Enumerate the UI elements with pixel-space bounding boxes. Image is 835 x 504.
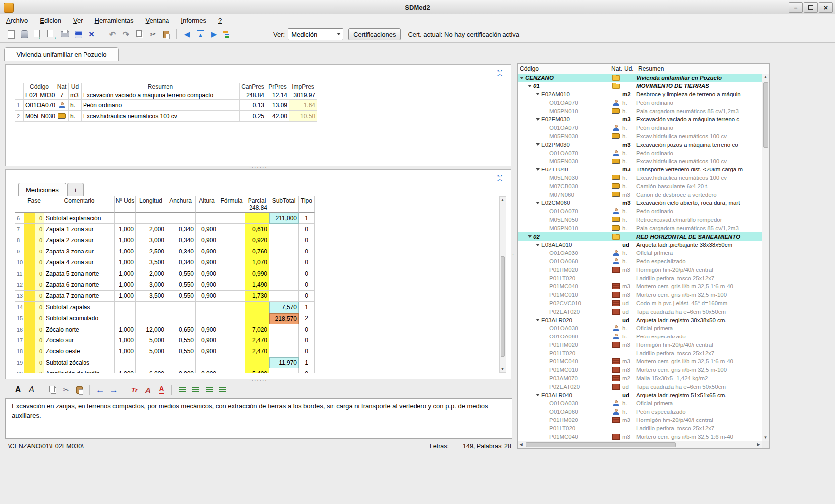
tree-row[interactable]: P01HM020m3Hormigón hm-20/p/40/i central <box>518 416 762 424</box>
mediciones-cell-malt[interactable]: 0,900 <box>196 335 218 346</box>
mediciones-cell-manc[interactable]: 0,550 <box>166 291 196 302</box>
scroll-down-icon[interactable]: ▼ <box>500 366 506 372</box>
mediciones-cell-mlon[interactable]: 2,000 <box>136 268 166 279</box>
justify-icon[interactable] <box>203 384 215 396</box>
mediciones-cell-manc[interactable]: 0,550 <box>166 346 196 357</box>
mediciones-cell-mpar[interactable] <box>245 313 269 324</box>
cut-icon[interactable] <box>147 28 159 41</box>
mediciones-cell-mn[interactable]: 10 <box>15 257 24 268</box>
tree-row[interactable]: CENZANOVivienda unifamiliar en Pozuelo <box>518 74 762 82</box>
mediciones-cell-muds[interactable]: 1,000 <box>115 346 136 357</box>
mediciones-cell-mcom[interactable]: Subtotal explanación <box>44 213 115 224</box>
mediciones-cell-msub[interactable] <box>269 335 299 346</box>
mediciones-cell-mpar[interactable]: 1,070 <box>245 257 269 268</box>
tree-code-cell[interactable]: E02EM030 <box>518 116 609 122</box>
menu-item-7[interactable]: ? <box>218 17 222 24</box>
mediciones-cell-muds[interactable]: 1,000 <box>115 291 136 302</box>
tree-code-cell[interactable]: P02EAT020 <box>518 384 609 390</box>
tree-row[interactable]: O01OA030h.Oficial primera <box>518 399 762 408</box>
menu-item-5[interactable]: Ventana <box>146 17 169 24</box>
tab-mediciones[interactable]: Mediciones <box>18 183 66 196</box>
mediciones-cell-malt[interactable] <box>196 213 218 224</box>
mediciones-cell-malt[interactable]: 0,900 <box>196 246 218 257</box>
mediciones-cell-mn[interactable]: 6 <box>15 213 24 224</box>
save-icon[interactable] <box>72 28 84 41</box>
tree-code-cell[interactable]: P02CVC010 <box>518 300 609 306</box>
tree-row[interactable]: P01MC010m3Mortero cem. gris ii/b-m 32,5 … <box>518 291 762 299</box>
mediciones-cell-mcom[interactable]: Subtotal zapatas <box>44 302 115 313</box>
mediciones-cell-mcom[interactable]: Zapata 4 zona sur <box>44 257 115 268</box>
mediciones-cell-malt[interactable] <box>196 302 218 313</box>
mediciones-cell-msub[interactable] <box>269 279 299 290</box>
mediciones-cell-mfor[interactable] <box>218 279 245 290</box>
tree-code-cell[interactable]: 02 <box>518 234 609 240</box>
mediciones-cell-mlon[interactable]: 5,000 <box>136 346 166 357</box>
align-center-icon[interactable] <box>216 384 229 396</box>
mediciones-cell-mfor[interactable] <box>218 257 245 268</box>
mediciones-cell-mtip[interactable]: 0 <box>299 368 315 373</box>
mediciones-cell-mtip[interactable]: 0 <box>299 268 315 279</box>
tree-row[interactable]: E02PM030m3Excavación pozos a máquina ter… <box>518 140 762 149</box>
mediciones-cell-mn[interactable]: 7 <box>15 224 24 235</box>
mediciones-cell-muds[interactable]: 1,000 <box>115 257 136 268</box>
mediciones-cell-mtip[interactable]: 0 <box>299 246 315 257</box>
tree-code-cell[interactable]: M05PN010 <box>518 225 609 231</box>
mediciones-cell-msub[interactable] <box>269 291 299 302</box>
copy-icon[interactable] <box>133 28 146 41</box>
expander-icon[interactable] <box>536 118 540 121</box>
mediciones-cell-mtip[interactable]: 2 <box>299 313 315 324</box>
tree-row[interactable]: P01HM020m3Hormigón hm-20/p/40/i central <box>518 341 762 349</box>
tree-code-cell[interactable]: O01OA070 <box>518 125 609 131</box>
tree-row[interactable]: O01OA030h.Oficial primera <box>518 249 762 257</box>
budget-cell[interactable]: 248.84 <box>240 91 266 100</box>
nav-previous-icon[interactable] <box>181 28 193 41</box>
mediciones-cell-manc[interactable]: 0,340 <box>166 235 196 246</box>
mediciones-cell-msub[interactable] <box>269 224 299 235</box>
menu-item-4[interactable]: Herramientas <box>95 17 134 24</box>
mediciones-cell-msub[interactable]: 11,970 <box>269 357 299 368</box>
mediciones-cell-mcom[interactable]: Zócalo norte <box>44 324 115 335</box>
mediciones-cell-mpar[interactable] <box>245 357 269 368</box>
tree-row[interactable]: O01OA030h.Oficial primera <box>518 324 762 333</box>
mediciones-cell-mcom[interactable]: Zapata 3 zona sur <box>44 246 115 257</box>
description-editor[interactable]: Excavación en zanjas, en terrenos compac… <box>5 398 512 439</box>
mediciones-cell-mfase[interactable]: 0 <box>24 368 44 373</box>
budget-cell[interactable]: h. <box>69 100 82 111</box>
tree-row[interactable]: P01LT020Ladrillo perfora. tosco 25x12x7 <box>518 349 762 357</box>
mediciones-cell-mlon[interactable]: 3,500 <box>136 257 166 268</box>
mediciones-cell-malt[interactable]: 0,900 <box>196 346 218 357</box>
font-name-icon[interactable] <box>128 384 141 396</box>
mediciones-cell-mfase[interactable]: 0 <box>24 279 44 290</box>
tree-code-cell[interactable]: P01HM020 <box>518 342 609 348</box>
tree-row[interactable]: O01OA070h.Peón ordinario <box>518 124 762 132</box>
mediciones-cell-mtip[interactable]: 1 <box>299 357 315 368</box>
nav-top-icon[interactable] <box>194 28 207 41</box>
mediciones-cell-muds[interactable] <box>115 357 136 368</box>
tree-code-cell[interactable]: E03ALA010 <box>518 242 609 248</box>
tree-horizontal-scrollbar[interactable]: ◀ ▶ <box>518 441 762 448</box>
mediciones-cell-mn[interactable]: 12 <box>15 279 24 290</box>
tree-row[interactable]: M05EN030h.Excav.hidráulica neumáticos 10… <box>518 174 762 182</box>
new-document-icon[interactable] <box>5 28 17 41</box>
mediciones-cell-mn[interactable]: 11 <box>15 268 24 279</box>
tree-code-cell[interactable]: E02PM030 <box>518 142 609 148</box>
mediciones-cell-msub[interactable] <box>269 324 299 335</box>
mediciones-cell-mpar[interactable]: 1,730 <box>245 291 269 302</box>
tree-row[interactable]: M05EN030h.Excav.hidráulica neumáticos 10… <box>518 132 762 141</box>
redo-icon[interactable] <box>120 28 132 41</box>
mediciones-cell-malt[interactable]: 0,900 <box>196 268 218 279</box>
tree-row[interactable]: P01MC010m3Mortero cem. gris ii/b-m 32,5 … <box>518 366 762 374</box>
mediciones-cell-mn[interactable]: 8 <box>15 235 24 246</box>
mediciones-cell-mcom[interactable]: Zapata 6 zona norte <box>44 279 115 290</box>
mediciones-cell-malt[interactable]: 0,900 <box>196 224 218 235</box>
mediciones-cell-mcom[interactable]: Zapata 2 zona sur <box>44 235 115 246</box>
export-icon[interactable] <box>45 28 58 41</box>
budget-component-row[interactable]: 1O01OA070h.Peón ordinario0.1313.091.64 <box>15 100 318 111</box>
mediciones-cell-mpar[interactable]: 2,470 <box>245 335 269 346</box>
mediciones-cell-mfor[interactable] <box>218 357 245 368</box>
tree-code-cell[interactable]: E03ALR020 <box>518 317 609 323</box>
mediciones-cell-muds[interactable] <box>115 313 136 324</box>
mediciones-cell-mn[interactable]: 18 <box>15 346 24 357</box>
mediciones-cell-manc[interactable]: 0,900 <box>166 368 196 373</box>
mediciones-cell-muds[interactable]: 1,000 <box>115 235 136 246</box>
